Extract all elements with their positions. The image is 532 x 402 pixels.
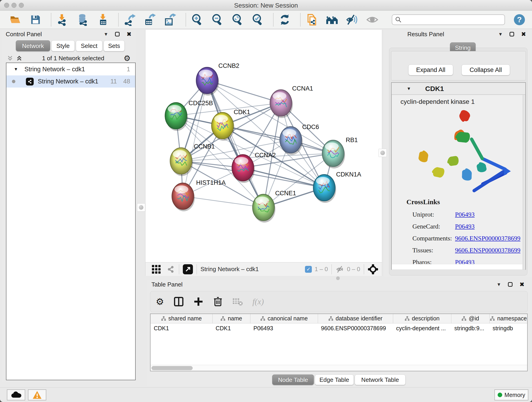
tab-edge-table[interactable]: Edge Table (315, 375, 354, 385)
zoom-fit-icon[interactable] (231, 13, 244, 26)
node-label: CDC25B (189, 100, 213, 107)
birdseye-view-icon[interactable] (183, 264, 193, 274)
cloud-icon (11, 391, 21, 399)
import-network-from-file-icon[interactable] (56, 13, 69, 26)
tab-node-table[interactable]: Node Table (272, 375, 314, 385)
col-name[interactable]: name (212, 314, 250, 323)
collapse-all-icon[interactable] (7, 55, 13, 62)
gene-description: cyclin-dependent kinase 1 (400, 98, 475, 105)
panel-collapse-icon[interactable]: ▼ (496, 282, 501, 287)
search-field[interactable] (392, 14, 505, 25)
help-icon[interactable]: ? (513, 13, 526, 26)
panel-collapse-icon[interactable]: ▼ (104, 32, 108, 36)
open-session-icon[interactable] (9, 13, 22, 26)
table-panel: Table Panel ▼ ✖ ⚙ f(x) shared name name (147, 280, 530, 385)
gene-section-header[interactable]: ▼ CDK1 (392, 83, 525, 95)
column-attr-icon (490, 316, 495, 321)
network-share-icon[interactable] (166, 265, 175, 274)
panel-close-icon[interactable]: ✖ (127, 31, 132, 37)
save-session-icon[interactable] (29, 13, 42, 26)
tab-network-table[interactable]: Network Table (355, 375, 405, 385)
netbar-divider (196, 264, 197, 274)
add-column-icon[interactable] (193, 297, 203, 307)
export-network-icon[interactable] (124, 13, 136, 26)
col-namespace[interactable]: namespace (489, 314, 527, 323)
tab-style[interactable]: Style (51, 40, 75, 51)
col-id[interactable]: @id (451, 314, 489, 323)
expand-all-button[interactable]: Expand All (408, 64, 453, 75)
expand-all-icon[interactable] (16, 55, 23, 62)
collapse-all-button[interactable]: Collapse All (462, 64, 510, 75)
control-panel-title: Control Panel (6, 31, 42, 38)
crosslink-uniprot[interactable]: P06493 (455, 211, 475, 218)
warning-button[interactable] (28, 389, 46, 400)
network-view-title: String Network – cdk1 (201, 266, 259, 273)
zoom-out-icon[interactable] (211, 13, 224, 26)
netbar-divider (364, 264, 364, 274)
table-header-row[interactable]: shared name name canonical name database… (151, 314, 527, 323)
results-button-box: Expand All Collapse All (391, 51, 526, 80)
share-file-icon[interactable] (306, 13, 318, 26)
results-scrollbar[interactable] (523, 95, 525, 269)
export-table-icon[interactable] (144, 13, 156, 26)
col-shared-name[interactable]: shared name (151, 314, 212, 323)
panel-close-icon[interactable]: ✖ (521, 31, 526, 37)
selected-checkbox-icon[interactable]: ✓ (305, 266, 312, 273)
delete-column-icon[interactable] (213, 297, 223, 307)
cell-canonical-name[interactable]: P06493 (250, 323, 318, 333)
crosslink-tissues[interactable]: 9606.ENSP00000378699 (455, 247, 520, 254)
panel-collapse-icon[interactable]: ▼ (498, 32, 503, 36)
import-table-from-file-icon[interactable] (97, 13, 109, 26)
tab-sets[interactable]: Sets (104, 40, 125, 51)
tab-network[interactable]: Network (16, 40, 50, 51)
crosslink-compartments[interactable]: 9606.ENSP00000378699 (455, 235, 520, 242)
cloud-button[interactable] (7, 389, 25, 400)
memory-status-dot (498, 393, 502, 397)
cell-database-identifier[interactable]: 9606.ENSP00000378699 (318, 323, 393, 333)
import-network-from-database-icon[interactable] (76, 13, 89, 26)
panel-float-icon[interactable] (115, 32, 120, 36)
node-label: CCNA2 (255, 152, 276, 159)
network-row-selected[interactable]: String Network – cdk1 11 48 (6, 75, 135, 88)
cell-description[interactable]: cyclin-dependent ... (393, 323, 451, 333)
export-image-icon[interactable] (164, 13, 177, 26)
cell-name[interactable]: CDK1 (212, 323, 250, 333)
cell-namespace[interactable]: stringdb (489, 323, 527, 333)
zoom-in-icon[interactable] (191, 13, 203, 26)
hide-unhide-icon[interactable] (346, 13, 358, 26)
col-canonical-name[interactable]: canonical name (250, 314, 318, 323)
left-splitter-handle[interactable] (137, 203, 145, 211)
table-row[interactable]: CDK1 CDK1 P06493 9606.ENSP00000378699 cy… (151, 323, 527, 333)
right-splitter-handle[interactable] (379, 149, 387, 157)
gear-icon[interactable]: ⚙ (124, 54, 131, 63)
zoom-selected-icon[interactable] (252, 13, 264, 26)
grid-view-icon[interactable] (152, 264, 161, 274)
search-input[interactable] (404, 16, 502, 23)
section-collapse-icon[interactable]: ▼ (407, 86, 411, 91)
show-columns-icon[interactable] (174, 297, 184, 307)
hidden-node-edge-count: 0 – 0 (347, 266, 360, 273)
cell-id[interactable]: stringdb:9... (451, 323, 489, 333)
refresh-icon[interactable] (279, 13, 291, 26)
network-view-toolbar: String Network – cdk1 ✓ 1 – 0 0 – 0 (146, 262, 382, 276)
panel-float-icon[interactable] (508, 282, 513, 287)
bottom-splitter-handle[interactable] (336, 276, 340, 280)
tab-select[interactable]: Select (76, 40, 102, 51)
network-graph[interactable]: CCNB2CCNA1CDC25BCDK1CDC6RB1CCNB1CCNA2CDK… (146, 30, 382, 262)
panel-float-icon[interactable] (510, 32, 514, 36)
table-horizontal-scrollbar[interactable] (151, 365, 527, 371)
panel-close-icon[interactable]: ✖ (519, 281, 525, 287)
fit-content-icon[interactable] (368, 264, 378, 274)
col-database-identifier[interactable]: database identifier (318, 314, 393, 323)
scrollbar-thumb[interactable] (152, 366, 193, 370)
network-collection-row[interactable]: ▼ String Network – cdk1 1 (6, 63, 135, 75)
memory-button[interactable]: Memory (494, 389, 528, 400)
tree-expand-icon[interactable]: ▼ (14, 67, 18, 72)
eye-icon (366, 13, 379, 26)
col-description[interactable]: description (393, 314, 451, 323)
delete-table-icon (232, 297, 243, 306)
table-settings-gear-icon[interactable]: ⚙ (156, 296, 164, 307)
crosslink-genecard[interactable]: P06493 (455, 223, 475, 230)
string-home-icon[interactable] (326, 13, 338, 26)
cell-shared-name[interactable]: CDK1 (151, 323, 212, 333)
